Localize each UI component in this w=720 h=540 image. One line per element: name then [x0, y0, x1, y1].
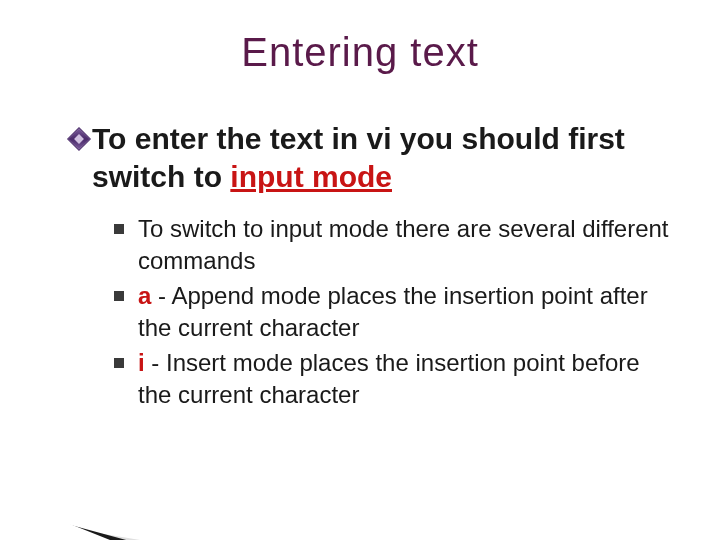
main-bullet-text: To enter the text in vi you should first… — [92, 120, 670, 195]
sub-bullet: a - Append mode places the insertion poi… — [114, 280, 670, 345]
sub-bullet-sep: - — [145, 349, 166, 376]
sub-bullet-key: i — [138, 349, 145, 376]
main-bullet-highlight: input mode — [230, 160, 392, 193]
main-bullet: To enter the text in vi you should first… — [70, 120, 670, 195]
slide-title: Entering text — [0, 30, 720, 75]
svg-marker-0 — [0, 510, 260, 540]
slide-body: To enter the text in vi you should first… — [70, 120, 670, 413]
slide: Entering text To enter the text in vi yo… — [0, 0, 720, 540]
sub-bullet-rest: Append mode places the insertion point a… — [138, 282, 648, 341]
sub-bullet-rest: To switch to input mode there are severa… — [138, 215, 669, 274]
sub-bullet: To switch to input mode there are severa… — [114, 213, 670, 278]
corner-decoration — [0, 440, 260, 540]
svg-marker-2 — [0, 480, 160, 540]
sub-bullet-list: To switch to input mode there are severa… — [114, 213, 670, 411]
svg-marker-1 — [0, 495, 200, 540]
sub-bullet: i - Insert mode places the insertion poi… — [114, 347, 670, 412]
sub-bullet-rest: Insert mode places the insertion point b… — [138, 349, 640, 408]
square-icon — [114, 224, 124, 234]
sub-bullet-text: a - Append mode places the insertion poi… — [138, 280, 670, 345]
square-icon — [114, 291, 124, 301]
sub-bullet-text: i - Insert mode places the insertion poi… — [138, 347, 670, 412]
sub-bullet-text: To switch to input mode there are severa… — [138, 213, 670, 278]
square-icon — [114, 358, 124, 368]
diamond-icon — [70, 130, 88, 148]
sub-bullet-key: a — [138, 282, 151, 309]
sub-bullet-sep: - — [151, 282, 171, 309]
